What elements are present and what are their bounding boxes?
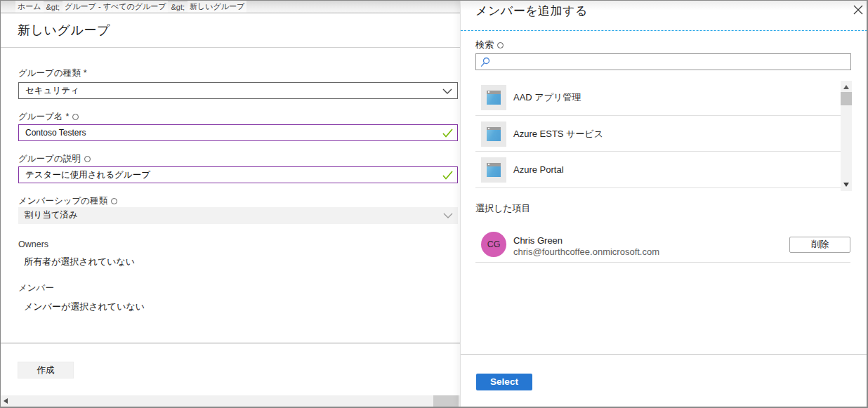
scroll-up-arrow-icon[interactable]: [843, 85, 849, 89]
required-asterisk: *: [65, 112, 69, 121]
selected-person-name: Chris Green: [513, 235, 563, 246]
membership-type-label: メンバーシップの種類: [18, 195, 117, 207]
group-type-label: グループの種類*: [18, 67, 87, 79]
info-icon[interactable]: [111, 198, 117, 204]
breadcrumb-bar: ホーム &gt; グループ - すべてのグループ &gt; 新しいグループ: [0, 0, 461, 13]
group-type-dropdown[interactable]: セキュリティ: [18, 82, 458, 99]
create-button[interactable]: 作成: [18, 362, 74, 379]
breadcrumb-groups[interactable]: グループ - すべてのグループ: [63, 1, 168, 13]
result-row[interactable]: AAD アプリ管理: [461, 79, 868, 116]
members-label: メンバー: [18, 282, 54, 294]
result-name: Azure ESTS サービス: [513, 116, 603, 152]
chevron-down-icon: [443, 213, 453, 218]
group-name-input[interactable]: Contoso Testers: [18, 124, 458, 141]
remove-button[interactable]: 削除: [789, 237, 850, 253]
panel-title: メンバーを追加する: [475, 3, 588, 19]
search-icon: [480, 57, 491, 68]
search-input[interactable]: [493, 55, 848, 69]
page-title: 新しいグループ: [18, 22, 110, 39]
azure-portal-screen: ホーム &gt; グループ - すべてのグループ &gt; 新しいグループ 新し…: [0, 0, 868, 408]
scroll-down-arrow-icon[interactable]: [843, 183, 849, 187]
info-icon[interactable]: [497, 42, 504, 48]
application-icon: [481, 157, 506, 183]
avatar: CG: [481, 232, 506, 257]
valid-check-icon: [442, 129, 453, 138]
group-type-value: セキュリティ: [25, 83, 79, 99]
select-button[interactable]: Select: [476, 374, 532, 390]
horizontal-scrollbar-thumb[interactable]: [433, 395, 459, 407]
owners-label: Owners: [18, 239, 48, 249]
add-members-panel: メンバーを追加する 検索 AAD アプリ管理: [460, 0, 867, 407]
panel-footer-divider: [461, 354, 867, 355]
breadcrumb-separator: &gt;: [168, 2, 188, 12]
row-divider: [475, 187, 841, 188]
panel-dashed-divider: [461, 30, 867, 31]
breadcrumb-home[interactable]: ホーム: [15, 1, 44, 13]
info-icon[interactable]: [72, 114, 79, 120]
search-results-list: AAD アプリ管理 Azure ESTS サービス Azure Portal: [461, 79, 868, 187]
search-box: [475, 53, 851, 70]
chevron-down-icon: [442, 88, 452, 94]
footer-divider: [0, 343, 461, 343]
new-group-blade: ホーム &gt; グループ - すべてのグループ &gt; 新しいグループ 新し…: [0, 0, 461, 408]
group-description-value: テスターに使用されるグループ: [25, 167, 150, 183]
members-empty-text: メンバーが選択されていない: [24, 301, 145, 313]
search-label: 検索: [475, 39, 504, 51]
result-row[interactable]: Azure Portal: [461, 152, 868, 188]
vertical-scrollbar-thumb[interactable]: [841, 92, 852, 105]
info-icon[interactable]: [84, 156, 91, 162]
membership-type-dropdown[interactable]: 割り当て済み: [18, 207, 458, 224]
result-name: AAD アプリ管理: [513, 79, 581, 116]
scroll-left-arrow-icon[interactable]: [4, 398, 8, 404]
group-name-label: グループ名*: [18, 111, 79, 123]
result-row[interactable]: Azure ESTS サービス: [461, 116, 868, 152]
application-icon: [481, 85, 506, 110]
selected-person-email: chris@fourthcoffee.onmicrosoft.com: [513, 246, 659, 257]
result-name: Azure Portal: [513, 152, 564, 188]
required-asterisk: *: [84, 68, 87, 78]
membership-type-value: 割り当て済み: [25, 207, 78, 223]
valid-check-icon: [442, 171, 453, 180]
selected-row-divider: [475, 262, 850, 263]
horizontal-scrollbar[interactable]: [1, 395, 461, 407]
group-description-label: グループの説明: [18, 153, 91, 165]
group-description-input[interactable]: テスターに使用されるグループ: [18, 166, 458, 183]
vertical-scrollbar[interactable]: [841, 81, 852, 191]
selected-items-heading: 選択した項目: [475, 202, 531, 215]
group-name-value: Contoso Testers: [25, 125, 86, 141]
breadcrumb: ホーム &gt; グループ - すべてのグループ &gt; 新しいグループ: [15, 0, 246, 13]
owners-empty-text: 所有者が選択されていない: [24, 256, 135, 268]
title-divider: [0, 47, 461, 48]
breadcrumb-separator: &gt;: [44, 2, 63, 12]
application-icon: [481, 121, 506, 147]
close-icon[interactable]: [853, 4, 864, 15]
breadcrumb-new-group[interactable]: 新しいグループ: [188, 1, 246, 13]
